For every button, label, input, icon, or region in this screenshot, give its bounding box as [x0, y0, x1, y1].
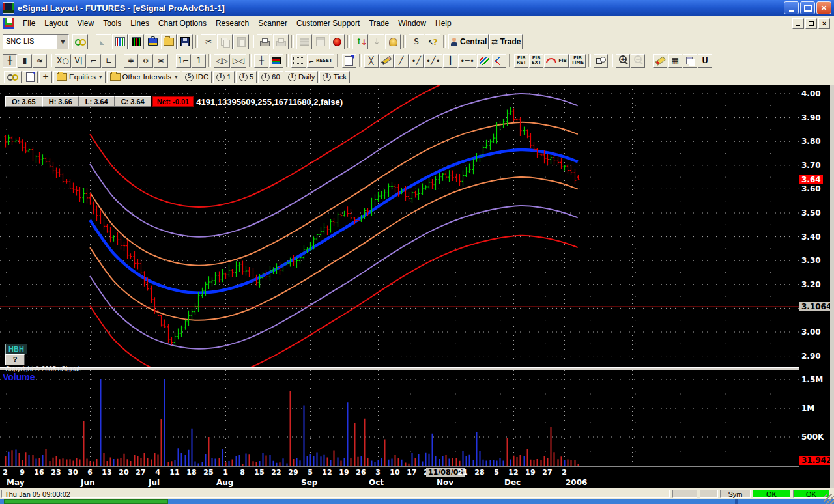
fib-time-button[interactable]: FIBTIME: [569, 54, 586, 68]
new-page-button[interactable]: [96, 34, 111, 49]
mdi-restore-button[interactable]: [805, 18, 817, 29]
portfolio-button[interactable]: [145, 34, 160, 49]
sort-arrows-button[interactable]: [352, 34, 368, 49]
menu-help[interactable]: Help: [431, 16, 456, 31]
interval-tick-button[interactable]: ITick: [319, 71, 350, 83]
parallel-lines-button[interactable]: [477, 54, 491, 68]
colors-button[interactable]: [269, 54, 283, 68]
time-template-button[interactable]: [291, 54, 306, 68]
zoom-in-button[interactable]: [616, 54, 630, 68]
new-quote-window-button[interactable]: [128, 34, 144, 49]
equities-dropdown[interactable]: Equities▾: [53, 71, 105, 83]
horizontal-line-button[interactable]: ∙─∙: [458, 54, 476, 68]
open-layout-button[interactable]: [161, 34, 177, 49]
trade-button[interactable]: ⇄Trade: [489, 34, 523, 49]
chart-region[interactable]: O: 3.65H: 3.66L: 3.64C: 3.64 Net: -0.01 …: [0, 85, 834, 488]
step-chart-small-button[interactable]: ⌐: [87, 54, 101, 68]
copy-button[interactable]: [217, 34, 233, 49]
print-button[interactable]: [257, 34, 272, 49]
mdi-close-button[interactable]: ×: [818, 18, 830, 29]
band-compress-button[interactable]: ≑: [124, 54, 138, 68]
units-plain-button[interactable]: 1: [192, 54, 206, 68]
units-flag-button[interactable]: 1⌐: [176, 54, 192, 68]
paste-button[interactable]: [233, 34, 249, 49]
menu-scanner[interactable]: Scanner: [253, 16, 292, 31]
vertical-line-button[interactable]: ┃: [443, 54, 457, 68]
menu-view[interactable]: View: [72, 16, 98, 31]
context-help-button[interactable]: [425, 34, 440, 49]
extended-line-button[interactable]: ∙╱∙: [424, 54, 442, 68]
interval-daily-button[interactable]: IDaily: [285, 71, 319, 83]
menu-research[interactable]: Research: [211, 16, 253, 31]
fib-retracement-button[interactable]: FIBRET: [514, 54, 528, 68]
ray-line-button[interactable]: ∙╱: [409, 54, 424, 68]
menu-lines[interactable]: Lines: [126, 16, 154, 31]
print-preview-button[interactable]: [273, 34, 289, 49]
underline-button[interactable]: U: [698, 54, 712, 68]
menu-tools[interactable]: Tools: [98, 16, 126, 31]
shrink-bars-button[interactable]: ▷◁: [231, 54, 246, 68]
chevron-down-icon[interactable]: ▼: [57, 35, 68, 49]
delete-tool-button[interactable]: ╳: [364, 54, 379, 68]
step-chart-button[interactable]: ∟: [102, 54, 116, 68]
volume-style-button[interactable]: V|: [72, 54, 86, 68]
line-style-button[interactable]: ≈: [33, 54, 47, 68]
symbol-link-button[interactable]: [72, 34, 88, 49]
shapes-button[interactable]: [594, 54, 608, 68]
mdi-minimize-button[interactable]: [792, 18, 804, 29]
crossed-lines-button[interactable]: [492, 54, 506, 68]
news-window-button[interactable]: [313, 34, 328, 49]
candle-style-button[interactable]: ▮: [18, 54, 32, 68]
other-intervals-dropdown[interactable]: Other Intervals▾: [107, 71, 181, 83]
interval-5-button[interactable]: I5: [236, 71, 257, 83]
menu-trade[interactable]: Trade: [364, 16, 394, 31]
point-figure-button[interactable]: X○: [55, 54, 71, 68]
esignal-central-button[interactable]: Central: [448, 34, 489, 49]
quote-board-button[interactable]: [296, 34, 312, 49]
crosshair-button[interactable]: ┼: [254, 54, 268, 68]
fib-circle-button[interactable]: FIB: [544, 54, 569, 68]
study-help-button[interactable]: ?: [5, 354, 25, 365]
resize-grip[interactable]: [824, 494, 834, 504]
alarm-button[interactable]: [385, 34, 401, 49]
new-chart-button[interactable]: [112, 34, 128, 49]
menu-window[interactable]: Window: [394, 16, 431, 31]
hbh-study-label[interactable]: HBH: [5, 344, 27, 355]
trendline-button[interactable]: ╱: [394, 54, 409, 68]
reset-button[interactable]: RESET: [307, 54, 334, 68]
mosaic-button[interactable]: ▦: [668, 54, 682, 68]
menu-chart-options[interactable]: Chart Options: [154, 16, 211, 31]
price-axis[interactable]: 3.64 3.10641 31.942K 4.003.903.803.703.6…: [799, 85, 830, 488]
source-idc-button[interactable]: SIDC: [182, 71, 212, 83]
fib-extension-button[interactable]: FIBEXT: [529, 54, 543, 68]
volume-pane[interactable]: [0, 370, 799, 466]
alert-list-button[interactable]: [329, 34, 345, 49]
minimize-button[interactable]: [784, 1, 799, 14]
restore-button[interactable]: [800, 1, 815, 14]
interval-1-button[interactable]: I1: [213, 71, 234, 83]
link-group-button[interactable]: [4, 71, 22, 83]
date-axis[interactable]: 2916233061320274111825181522295121926310…: [0, 466, 799, 488]
band-expand-button[interactable]: ≍: [154, 54, 168, 68]
close-button[interactable]: ×: [816, 1, 831, 14]
highlighter-button[interactable]: [653, 54, 667, 68]
chart-window-icon[interactable]: [3, 18, 14, 29]
download-button[interactable]: ↓: [369, 34, 384, 49]
menu-layout[interactable]: Layout: [40, 16, 72, 31]
properties-button[interactable]: [342, 54, 356, 68]
esignal-search-button[interactable]: S: [409, 34, 424, 49]
menu-customer-support[interactable]: Customer Support: [292, 16, 364, 31]
expand-bars-button[interactable]: ◁▷: [214, 54, 229, 68]
interval-60-button[interactable]: I60: [258, 71, 283, 83]
reports-button[interactable]: [683, 54, 697, 68]
band-center-button[interactable]: ≎: [139, 54, 153, 68]
save-layout-button[interactable]: [177, 34, 193, 49]
symbol-combo[interactable]: SNC-LIS▼: [3, 34, 69, 49]
bar-style-button[interactable]: ╂: [3, 54, 17, 68]
cut-button[interactable]: ✂: [201, 34, 216, 49]
menu-file[interactable]: File: [18, 16, 40, 31]
pencil-tool-button[interactable]: [379, 54, 394, 68]
add-symbol-button[interactable]: +: [39, 71, 52, 83]
price-pane[interactable]: [0, 85, 799, 367]
zoom-out-button[interactable]: [631, 54, 645, 68]
